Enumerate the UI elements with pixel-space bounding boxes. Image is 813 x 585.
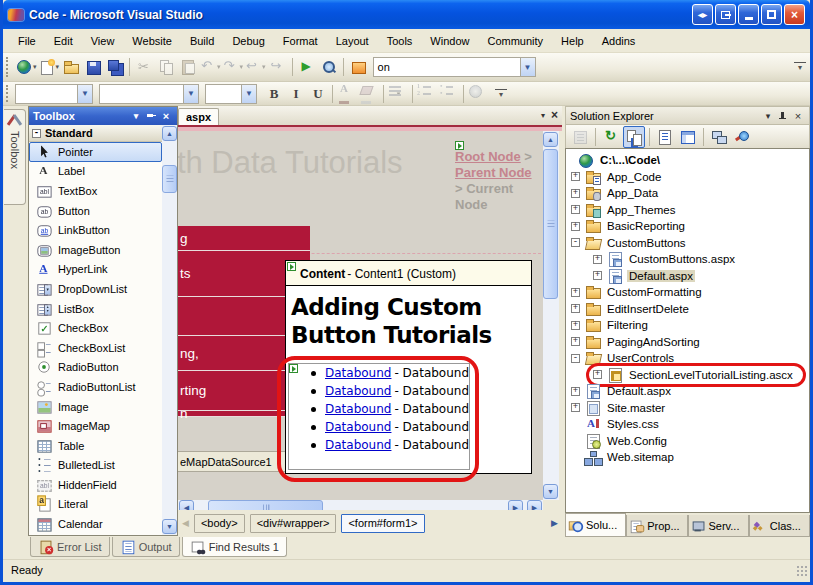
scrollbar-thumb[interactable]: [162, 165, 177, 193]
design-surface[interactable]: ith Data Tutorials Root Node > Parent No…: [178, 131, 543, 500]
tree-expander-icon[interactable]: +: [571, 337, 580, 346]
scroll-up-button[interactable]: ▲: [543, 132, 558, 147]
toolbar-button[interactable]: ▾: [199, 56, 222, 78]
tag-nav-left-icon[interactable]: ◀: [182, 518, 189, 528]
toolbox-item[interactable]: DropDownList: [29, 279, 162, 299]
window-control-button[interactable]: [715, 4, 736, 25]
menu-item[interactable]: Help: [552, 31, 593, 51]
tree-row[interactable]: + BasicReporting: [566, 218, 809, 235]
toolbox-item[interactable]: ImageButton: [29, 240, 162, 260]
menu-item[interactable]: View: [82, 31, 124, 51]
smart-tag-icon[interactable]: [455, 141, 464, 150]
solution-explorer-toolbar-button[interactable]: [708, 126, 730, 148]
breadcrumb-root-link[interactable]: Root Node: [455, 149, 521, 164]
toolbar-grip[interactable]: [6, 57, 11, 77]
tree-expander-icon[interactable]: +: [571, 387, 580, 396]
window-control-button[interactable]: [761, 4, 782, 25]
window-position-button[interactable]: ▾: [129, 109, 143, 123]
tree-expander-icon[interactable]: +: [571, 172, 580, 181]
toolbox-item[interactable]: LinkButton: [29, 220, 162, 240]
tree-row[interactable]: + PagingAndSorting: [566, 334, 809, 351]
breadcrumb-parent-link[interactable]: Parent Node: [455, 165, 532, 180]
tree-item-label[interactable]: CustomButtons.aspx: [627, 253, 737, 265]
solution-explorer-toolbar-button[interactable]: [569, 126, 591, 148]
toolbar-button[interactable]: ▾: [129, 58, 130, 76]
toolbox-item[interactable]: Label: [29, 162, 162, 182]
toolbar-button[interactable]: ▾: [267, 56, 289, 78]
format-button[interactable]: B ▾: [263, 83, 285, 105]
toolbox-item[interactable]: Literal: [29, 495, 162, 515]
collapse-icon[interactable]: -: [32, 129, 41, 138]
toolbox-item[interactable]: HyperLink: [29, 260, 162, 280]
tag-navigator-button[interactable]: <form#form1>: [341, 514, 424, 533]
style-combo[interactable]: ▼: [15, 84, 93, 104]
window-control-button[interactable]: ×: [784, 4, 805, 25]
menu-item[interactable]: Debug: [223, 31, 273, 51]
toolbar-button[interactable]: ▾: [82, 56, 104, 78]
tag-navigator-button[interactable]: <body>: [194, 514, 245, 533]
solution-explorer-toolbar-button[interactable]: [654, 126, 676, 148]
tree-row[interactable]: Web.Config: [566, 433, 809, 450]
format-button[interactable]: ▾: [412, 85, 413, 103]
combo-dropdown-icon[interactable]: ▼: [520, 58, 535, 76]
menu-item[interactable]: Website: [123, 31, 181, 51]
tool-window-tab[interactable]: Serv...: [688, 515, 749, 537]
format-button[interactable]: ▾: [358, 83, 380, 105]
tree-row[interactable]: + App_Code: [566, 169, 809, 186]
tree-item-label[interactable]: C:\...\Code\: [598, 154, 662, 166]
toolbox-item[interactable]: Button: [29, 201, 162, 221]
tree-row[interactable]: + Default.aspx: [566, 383, 809, 400]
tree-expander-icon[interactable]: +: [571, 403, 580, 412]
designer-vertical-scrollbar[interactable]: ▲ ▼: [543, 131, 559, 500]
toolbar-button[interactable]: ▾: [38, 56, 61, 78]
toolbar-button[interactable]: ▾: [343, 58, 344, 76]
tree-row[interactable]: + Site.master: [566, 400, 809, 417]
tag-navigator-button[interactable]: <div#wrapper>: [250, 514, 337, 533]
toolbar-button[interactable]: ▾: [177, 56, 199, 78]
toolbar-grip[interactable]: [6, 85, 11, 101]
tree-expander-icon[interactable]: +: [593, 370, 602, 379]
document-tab[interactable]: aspx: [178, 108, 219, 125]
tree-row[interactable]: + CustomButtons.aspx: [566, 251, 809, 268]
scroll-up-button[interactable]: ▲: [162, 126, 177, 141]
combo-dropdown-icon[interactable]: ▼: [77, 85, 92, 103]
tree-item-label[interactable]: Default.aspx: [627, 270, 695, 282]
tool-window-tab[interactable]: Solu...: [565, 513, 626, 537]
toolbar-button[interactable]: ▾: [318, 56, 340, 78]
tree-item-label[interactable]: Site.master: [605, 402, 667, 414]
tree-row[interactable]: + App_Themes: [566, 202, 809, 219]
format-button[interactable]: ▾: [463, 85, 464, 103]
solution-explorer-toolbar-button[interactable]: [600, 126, 622, 148]
tree-expander-icon[interactable]: -: [571, 354, 580, 363]
toolbox-item[interactable]: HiddenField: [29, 475, 162, 495]
format-button[interactable]: ▾: [383, 85, 384, 103]
tree-row[interactable]: + App_Data: [566, 185, 809, 202]
bottom-panel-tab[interactable]: Error List: [30, 537, 110, 557]
solution-explorer-toolbar-button[interactable]: [703, 128, 704, 146]
tree-item-label[interactable]: SectionLevelTutorialListing.ascx: [627, 369, 795, 381]
format-button[interactable]: ▾: [387, 83, 409, 105]
tree-expander-icon[interactable]: -: [571, 238, 580, 247]
tag-nav-right-icon[interactable]: ▶: [551, 518, 558, 528]
toolbox-item[interactable]: BulletedList: [29, 456, 162, 476]
combo-dropdown-icon[interactable]: ▼: [241, 85, 256, 103]
combo-dropdown-icon[interactable]: ▼: [183, 85, 198, 103]
bottom-panel-tab[interactable]: Output: [112, 537, 180, 557]
tree-row[interactable]: Web.sitemap: [566, 449, 809, 466]
tree-row[interactable]: + EditInsertDelete: [566, 301, 809, 318]
menu-item[interactable]: Build: [181, 31, 223, 51]
tree-row[interactable]: + CustomFormatting: [566, 284, 809, 301]
menu-item[interactable]: File: [9, 31, 45, 51]
site-nav-item[interactable]: g: [178, 226, 310, 251]
format-button[interactable]: ▾: [438, 83, 460, 105]
tree-row[interactable]: Styles.css: [566, 416, 809, 433]
toolbox-section-header[interactable]: - Standard: [29, 125, 162, 142]
tree-item-label[interactable]: CustomButtons: [605, 237, 688, 249]
tree-row[interactable]: + SectionLevelTutorialListing.ascx: [566, 367, 809, 384]
format-button[interactable]: I ▾: [285, 83, 307, 105]
tree-row[interactable]: C:\...\Code\: [566, 152, 809, 169]
toolbar-button[interactable]: ▾: [155, 56, 177, 78]
toolbox-item[interactable]: Table: [29, 436, 162, 456]
tree-item-label[interactable]: App_Code: [605, 171, 663, 183]
resize-grip[interactable]: [796, 565, 808, 577]
